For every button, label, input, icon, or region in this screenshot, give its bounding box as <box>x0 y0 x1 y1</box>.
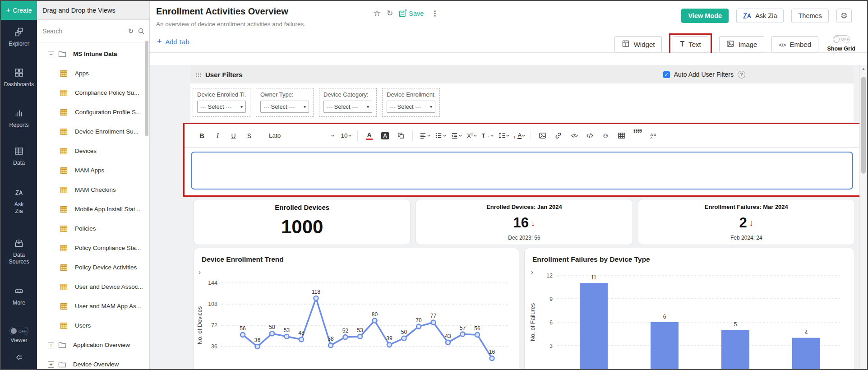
tree-table-policy-device-activities[interactable]: Policy Device Activities <box>37 258 149 277</box>
filter-device-category[interactable]: Device Category: --- Select ---▾ <box>319 88 377 117</box>
ask-zia-button[interactable]: Ask Zia <box>736 9 784 23</box>
dropdown-arrow-icon: ▾ <box>367 104 369 109</box>
filter-select[interactable]: --- Select ---▾ <box>387 101 435 113</box>
expand-icon[interactable]: + <box>48 342 54 348</box>
canvas-scrollbar[interactable]: ▲ <box>859 65 867 369</box>
filter-select[interactable]: --- Select ---▾ <box>197 101 246 113</box>
tree-table-policy-compliance-sta[interactable]: Policy Compliance Sta... <box>37 238 149 258</box>
sidebar-item-data[interactable]: Data <box>1 146 37 166</box>
auto-add-filters-checkbox[interactable]: ✓ <box>663 71 670 78</box>
image-mode-button[interactable]: Image <box>719 36 765 52</box>
tree-table-user-and-device-assoc[interactable]: User and Device Assoc... <box>37 277 149 296</box>
main-area: Enrollment Activities Overview An overvi… <box>150 1 867 369</box>
strikethrough-button[interactable]: S <box>242 129 257 143</box>
filter-device-enrollment[interactable]: Device Enrollment... --- Select ---▾ <box>382 88 440 117</box>
insert-link-button[interactable] <box>551 129 566 143</box>
tree-table-mobile-app-install-stat[interactable]: Mobile App Install Stat... <box>37 199 149 219</box>
filter-select[interactable]: --- Select ---▾ <box>260 101 309 113</box>
tree-table-apps[interactable]: Apps <box>37 64 149 83</box>
table-icon <box>60 148 67 154</box>
highlight-color-button[interactable]: A <box>378 129 392 143</box>
kpi-card-enrollment-failures-mar-2024[interactable]: Enrollment Failures: Mar 2024 2↓ Feb 202… <box>638 199 854 245</box>
emoji-button[interactable]: ☺ <box>598 129 613 143</box>
widget-mode-button[interactable]: Widget <box>614 36 662 52</box>
tree-table-policies[interactable]: Policies <box>37 219 149 238</box>
tree-table-users[interactable]: Users <box>37 316 149 335</box>
more-icon <box>14 286 24 298</box>
sidebar-item-reports[interactable]: Reports <box>1 108 37 129</box>
text-case-button[interactable]: TA› <box>512 129 526 143</box>
text-mode-button[interactable]: TText <box>673 36 708 52</box>
filter-device-enrolled-ti[interactable]: Device Enrolled Ti... --- Select ---▾ <box>193 88 250 117</box>
tree-scrollbar[interactable] <box>145 41 148 136</box>
help-icon[interactable]: ? <box>738 71 745 79</box>
tree-table-devices[interactable]: Devices <box>37 141 149 161</box>
tree-node-device-overview[interactable]: +Device Overview <box>37 355 149 370</box>
inline-code-button[interactable] <box>582 129 597 143</box>
expand-icon[interactable]: + <box>48 361 54 368</box>
format-painter-button[interactable] <box>393 129 408 143</box>
sidebar-item-explorer[interactable]: Explorer <box>1 27 37 47</box>
sidebar-item-dashboards[interactable]: Dashboards <box>1 68 37 88</box>
font-size-select[interactable]: 10› <box>338 129 353 143</box>
search-icon[interactable] <box>138 28 145 35</box>
settings-gear-button[interactable]: ⚙ <box>836 9 852 23</box>
text-direction-button[interactable]: T→› <box>480 129 495 143</box>
add-tab-button[interactable]: + Add Tab <box>157 37 189 46</box>
tree-table-mam-checkins[interactable]: MAM Checkins <box>37 180 149 199</box>
enrollment-failures-widget[interactable]: Enrollment Failures by Device Type 12963… <box>525 248 854 369</box>
search-input[interactable] <box>42 28 124 35</box>
tree-table-compliance-policy-su[interactable]: Compliance Policy Su... <box>37 83 149 102</box>
tree-node-ms-intune-data[interactable]: −MS Intune Data <box>37 44 149 64</box>
italic-button[interactable]: I <box>210 129 225 143</box>
tree-table-device-enrollment-su[interactable]: Device Enrollment Su... <box>37 122 149 141</box>
drag-handle-icon[interactable] <box>196 72 201 77</box>
create-button[interactable]: + Create <box>1 1 37 20</box>
tree-node-application-overview[interactable]: +Application Overview <box>37 335 149 355</box>
favorite-star-icon[interactable]: ☆ <box>373 8 381 18</box>
underline-button[interactable]: U <box>226 129 241 143</box>
embed-mode-button[interactable]: </>Embed <box>771 36 818 52</box>
tree-table-user-and-mam-app-as[interactable]: User and MAM App As... <box>37 296 149 316</box>
bold-button[interactable]: B <box>194 129 209 143</box>
tree-table-configuration-profile-s[interactable]: Configuration Profile S... <box>37 102 149 122</box>
list-button[interactable]: › <box>433 129 448 143</box>
save-button[interactable]: * Save <box>399 9 424 17</box>
svg-text:*: * <box>405 9 407 14</box>
sidebar-item-ask-zia[interactable]: AskZia <box>1 188 37 215</box>
superscript-button[interactable]: X2› <box>464 129 479 143</box>
special-char-button[interactable]: A <box>646 129 660 143</box>
blockquote-button[interactable]: ”” <box>630 129 645 143</box>
code-view-button[interactable]: </> <box>567 129 582 143</box>
sidebar-item-viewer[interactable]: OFFViewer <box>1 327 37 344</box>
kebab-menu-icon[interactable]: ⋮ <box>431 9 439 18</box>
collapse-sidebar-button[interactable] <box>1 352 37 362</box>
font-color-button[interactable]: A <box>362 129 377 143</box>
table-icon <box>60 167 67 174</box>
refresh-views-icon[interactable]: ↻ <box>128 27 134 35</box>
tree-table-mam-apps[interactable]: MAM Apps <box>37 161 149 180</box>
kpi-card-enrolled-devices-jan-2024[interactable]: Enrolled Devices: Jan 2024 16↓ Dec 2023:… <box>416 199 632 245</box>
line-spacing-button[interactable]: › <box>496 129 511 143</box>
themes-button[interactable]: Themes <box>791 9 828 23</box>
font-family-select[interactable]: Lato› <box>265 129 337 143</box>
insert-image-button[interactable] <box>535 129 550 143</box>
view-mode-button[interactable]: View Mode <box>681 9 729 23</box>
align-button[interactable]: › <box>417 129 432 143</box>
show-grid-toggle[interactable]: OFF <box>833 35 850 43</box>
widget-icon <box>622 40 630 49</box>
filter-owner-type[interactable]: Owner Type: --- Select ---▾ <box>256 88 314 117</box>
viewer-toggle[interactable]: OFF <box>9 327 28 335</box>
text-editor-area[interactable] <box>191 152 853 190</box>
indent-button[interactable]: › <box>448 129 463 143</box>
insert-table-button[interactable] <box>614 129 629 143</box>
device-enrollment-trend-widget[interactable]: Device Enrollment Trend 1441087236›No. o… <box>194 248 519 369</box>
sidebar-item-more[interactable]: More <box>1 286 37 306</box>
sidebar-item-data-sources[interactable]: DataSources <box>1 238 37 266</box>
filter-select[interactable]: --- Select ---▾ <box>323 101 372 113</box>
trend-down-icon: ↓ <box>749 218 754 227</box>
scroll-up-icon[interactable]: ▲ <box>860 65 867 71</box>
kpi-card-enrolled-devices[interactable]: Enrolled Devices1000 <box>194 199 410 245</box>
refresh-icon[interactable]: ↻ <box>387 9 393 18</box>
collapse-icon[interactable]: − <box>48 51 54 57</box>
